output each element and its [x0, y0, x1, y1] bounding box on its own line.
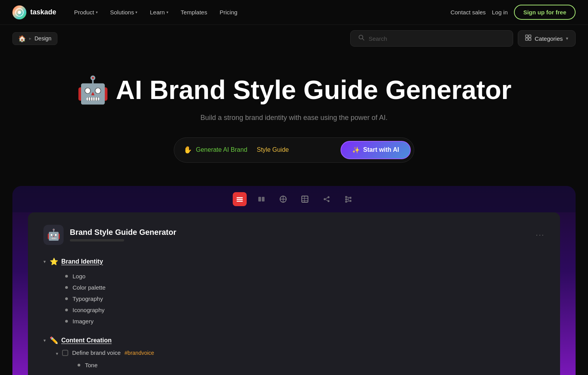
svg-rect-25	[345, 196, 347, 198]
svg-line-33	[347, 201, 349, 201]
logo-area[interactable]: taskade	[12, 5, 56, 19]
list-item: Tone	[78, 359, 545, 371]
search-icon	[358, 35, 365, 42]
view-card-button[interactable]	[254, 192, 268, 206]
svg-rect-7	[529, 38, 531, 40]
svg-point-22	[328, 200, 330, 202]
sparkle-icon: ✨	[352, 146, 360, 154]
nav-product[interactable]: Product ▾	[69, 6, 103, 19]
search-bar[interactable]	[350, 30, 513, 47]
app-preview-section: 🤖 Brand Style Guide Generator ··· ▾ ⭐ Br…	[12, 186, 576, 375]
view-table-button[interactable]	[298, 192, 312, 206]
nav-left: taskade Product ▾ Solutions ▾ Learn ▾ Te…	[12, 5, 243, 19]
solutions-chevron-icon: ▾	[135, 10, 137, 14]
svg-rect-9	[237, 199, 243, 200]
doc-header-left: 🤖 Brand Style Guide Generator	[43, 225, 176, 245]
hero-emoji: 🤖	[76, 75, 109, 104]
learn-chevron-icon: ▾	[166, 10, 168, 14]
doc-icon: 🤖	[43, 225, 64, 245]
home-icon: 🏠	[18, 35, 26, 42]
content-creation-title: Content Creation	[61, 337, 112, 344]
content-creation-items: ▾ Define brand voice #brandvoice Tone	[56, 349, 545, 371]
navbar: taskade Product ▾ Solutions ▾ Learn ▾ Te…	[0, 0, 588, 25]
login-link[interactable]: Log in	[492, 9, 508, 16]
svg-point-21	[324, 198, 326, 200]
contact-sales-link[interactable]: Contact sales	[450, 9, 486, 16]
svg-rect-5	[529, 35, 531, 37]
svg-rect-27	[345, 201, 347, 203]
nav-links: Product ▾ Solutions ▾ Learn ▾ Templates …	[69, 6, 243, 19]
list-item: Iconography	[65, 304, 545, 316]
svg-rect-28	[349, 197, 351, 199]
doc-subtitle-placeholder	[70, 239, 124, 241]
section-brand-identity: ▾ ⭐ Brand Identity	[43, 257, 545, 266]
define-brand-voice-text: Define brand voice	[72, 349, 121, 356]
breadcrumb-current: Design	[35, 35, 52, 42]
bullet-icon	[65, 275, 68, 278]
svg-rect-10	[237, 201, 243, 202]
list-item: Color palette	[65, 282, 545, 293]
product-chevron-icon: ▾	[96, 10, 98, 14]
section-chevron-icon[interactable]: ▾	[43, 259, 46, 264]
cta-yellow-text: Style Guide	[257, 146, 289, 153]
doc-title-area: Brand Style Guide Generator	[70, 228, 176, 241]
nav-solutions[interactable]: Solutions ▾	[105, 6, 143, 19]
brand-identity-title: Brand Identity	[61, 258, 103, 265]
section-content-creation: ▾ ✏️ Content Creation	[43, 336, 545, 345]
section2-chevron-icon[interactable]: ▾	[43, 338, 46, 343]
svg-rect-6	[526, 38, 528, 40]
svg-line-24	[325, 200, 328, 201]
section-header-brand-identity: ⭐ Brand Identity	[50, 257, 103, 266]
bullet-icon	[65, 309, 68, 311]
hero-title: 🤖 AI Brand Style Guide Generator	[12, 75, 576, 104]
nav-learn[interactable]: Learn ▾	[144, 6, 173, 19]
view-share-button[interactable]	[320, 192, 334, 206]
svg-line-30	[347, 197, 349, 198]
cta-space	[251, 146, 253, 153]
svg-rect-26	[345, 198, 347, 200]
checkbox[interactable]	[62, 350, 68, 356]
signup-button[interactable]: Sign up for free	[514, 5, 576, 20]
bullet-icon	[65, 297, 68, 300]
doc-header: 🤖 Brand Style Guide Generator ···	[43, 225, 545, 245]
brand-voice-sub-items: Tone	[78, 359, 545, 371]
breadcrumb-separator: ▸	[29, 36, 31, 41]
doc-more-button[interactable]: ···	[536, 230, 545, 239]
taskade-logo-icon	[12, 5, 26, 19]
breadcrumb[interactable]: 🏠 ▸ Design	[12, 32, 57, 45]
list-item: Typography	[65, 293, 545, 304]
brandvoice-tag[interactable]: #brandvoice	[125, 350, 154, 356]
categories-chevron-icon: ▾	[566, 36, 568, 41]
svg-line-3	[363, 39, 364, 40]
svg-rect-29	[349, 200, 351, 202]
nav-right: Contact sales Log in Sign up for free	[450, 5, 576, 20]
sub-chevron-icon[interactable]: ▾	[56, 351, 58, 356]
grid-icon	[525, 35, 531, 42]
nav-pricing[interactable]: Pricing	[214, 6, 243, 19]
nav-templates[interactable]: Templates	[175, 6, 213, 19]
bullet-icon	[65, 320, 68, 323]
cta-pill: ✋ Generate AI Brand Style Guide ✨ Start …	[174, 137, 414, 163]
categories-button[interactable]: Categories ▾	[518, 30, 576, 47]
list-item: Imagery	[65, 316, 545, 327]
document-panel: 🤖 Brand Style Guide Generator ··· ▾ ⭐ Br…	[28, 212, 560, 375]
brand-identity-items: Logo Color palette Typography Iconograph…	[65, 271, 545, 327]
search-area: Categories ▾	[350, 30, 576, 47]
view-mindmap-button[interactable]	[341, 192, 355, 206]
logo-text: taskade	[30, 8, 56, 16]
cta-hand-icon: ✋	[183, 146, 192, 154]
view-toolbar	[12, 186, 576, 212]
section-header-content-creation: ✏️ Content Creation	[50, 336, 112, 345]
bullet-icon	[65, 286, 68, 289]
view-board-button[interactable]	[276, 192, 290, 206]
svg-rect-12	[262, 197, 265, 201]
hero-section: 🤖 AI Brand Style Guide Generator Build a…	[0, 52, 588, 178]
cta-label: ✋ Generate AI Brand Style Guide	[183, 146, 289, 154]
start-with-ai-button[interactable]: ✨ Start with AI	[341, 141, 411, 159]
bullet-icon	[78, 364, 80, 366]
brand-identity-icon: ⭐	[50, 257, 58, 266]
search-input[interactable]	[368, 35, 505, 42]
svg-point-20	[328, 196, 330, 198]
view-list-button[interactable]	[233, 192, 247, 206]
cta-green-text: Generate AI Brand	[196, 146, 247, 153]
